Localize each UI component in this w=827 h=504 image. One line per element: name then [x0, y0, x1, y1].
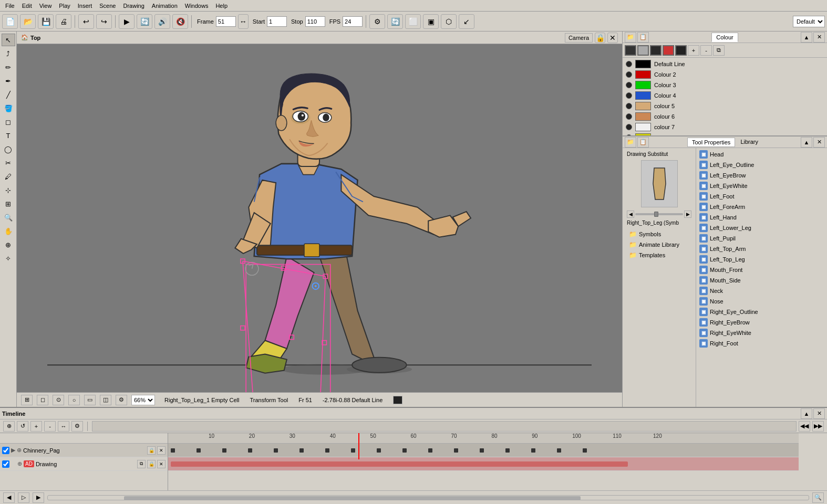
panel-minimize[interactable]: ▲ [801, 32, 812, 43]
lib-item-9[interactable]: ▣ Left_Top_Arm [697, 244, 826, 254]
lib-item-6[interactable]: ▣ Left_Hand [697, 212, 826, 223]
tl-btn5[interactable]: ↔ [58, 421, 69, 432]
lib-item-7[interactable]: ▣ Left_Lower_Leg [697, 223, 826, 233]
timeline-scrollbar[interactable] [47, 495, 809, 500]
zoom-select[interactable]: 66% [131, 395, 155, 405]
color-red[interactable] [663, 45, 674, 56]
canvas-view-btn4[interactable]: ▭ [84, 395, 96, 405]
menu-windows[interactable]: Windows [182, 2, 212, 10]
lib-item-16[interactable]: ▣ Right_EyeBrow [697, 317, 826, 328]
color-black2[interactable] [675, 45, 687, 56]
tl-end-btn1[interactable]: ◀◀ [799, 421, 810, 432]
track-1[interactable] [168, 457, 799, 471]
color-add[interactable]: + [688, 45, 699, 56]
text-tool[interactable]: T [2, 129, 15, 142]
canvas-view-btn2[interactable]: ⊙ [53, 395, 64, 405]
menu-scene[interactable]: Scene [96, 2, 119, 10]
slider-left[interactable]: ◀ [627, 211, 634, 218]
lib-item-11[interactable]: ▣ Mouth_Front [697, 265, 826, 275]
bone-tool[interactable]: ✧ [2, 252, 15, 265]
tool-btn-3[interactable]: ⬜ [405, 14, 421, 29]
layer-1-expand[interactable]: ⊕ [17, 460, 22, 467]
tl-btn4[interactable]: - [44, 421, 56, 432]
menu-insert[interactable]: Insert [75, 2, 96, 10]
color-remove[interactable]: - [700, 45, 712, 56]
menu-play[interactable]: Play [56, 2, 73, 10]
lib-item-0[interactable]: ▣ Head [697, 149, 826, 160]
pivot-tool[interactable]: ⊕ [2, 238, 15, 251]
sound-button[interactable]: 🔊 [154, 14, 170, 29]
menu-drawing[interactable]: Drawing [120, 2, 147, 10]
lib-minimize[interactable]: ▲ [801, 137, 812, 148]
start-input[interactable] [267, 16, 287, 27]
lib-item-8[interactable]: ▣ Left_Pupil [697, 233, 826, 244]
canvas-home-btn[interactable]: ⊞ [21, 395, 33, 405]
tool-btn-1[interactable]: ⚙ [369, 14, 385, 29]
menu-help[interactable]: Help [212, 2, 231, 10]
cut-tool[interactable]: ✂ [2, 156, 15, 169]
layer-0-lock[interactable]: 🔒 [147, 446, 156, 455]
color-black[interactable] [625, 45, 636, 56]
library-tab[interactable]: Library [736, 138, 762, 147]
color-gray[interactable] [637, 45, 649, 56]
color-copy[interactable]: ⧉ [713, 45, 725, 56]
paint-tool[interactable]: 🪣 [2, 102, 15, 114]
transform-tool[interactable]: ⊹ [2, 184, 15, 196]
tree-item-2[interactable]: 📁 Templates [627, 250, 691, 260]
timeline-minimize[interactable]: ▲ [801, 408, 812, 419]
tl-btn1[interactable]: ⊕ [3, 421, 15, 432]
view-dropdown[interactable]: Default [793, 16, 825, 27]
tl-btn3[interactable]: + [30, 421, 42, 432]
tool-btn-4[interactable]: ▣ [423, 14, 439, 29]
color-panel-btn1[interactable]: 📁 [625, 32, 636, 43]
color-row-3[interactable]: Colour 4 [624, 90, 826, 101]
tool-properties-tab[interactable]: Tool Properties [687, 138, 735, 147]
morph-tool[interactable]: ⊞ [2, 197, 15, 210]
canvas-view-btn3[interactable]: ○ [68, 395, 80, 405]
hand-tool[interactable]: ✋ [2, 225, 15, 237]
lib-close[interactable]: ✕ [813, 137, 825, 148]
contour-tool[interactable]: ⤴ [2, 47, 15, 60]
canvas-view-btn1[interactable]: ◻ [37, 395, 48, 405]
frame-step-btn[interactable]: ↔ [238, 14, 249, 29]
stop-input[interactable] [305, 16, 325, 27]
color-row-6[interactable]: colour 7 [624, 122, 826, 132]
pencil-tool[interactable]: ✒ [2, 75, 15, 87]
loop-button[interactable]: 🔄 [137, 14, 152, 29]
lib-item-2[interactable]: ▣ Left_EyeBrow [697, 170, 826, 181]
track-0[interactable] [168, 444, 799, 457]
colour-tab[interactable]: Colour [711, 33, 738, 42]
lib-item-17[interactable]: ▣ Right_EyeWhite [697, 328, 826, 338]
tree-item-0[interactable]: 📁 Symbols [627, 229, 691, 239]
color-panel-btn2[interactable]: 📋 [637, 32, 649, 43]
layer-0-visible[interactable] [2, 447, 9, 454]
slider-track[interactable] [635, 213, 683, 215]
color-row-2[interactable]: Colour 3 [624, 80, 826, 90]
mute-button[interactable]: 🔇 [172, 14, 188, 29]
menu-view[interactable]: View [36, 2, 55, 10]
select-tool[interactable]: ↖ [2, 34, 15, 46]
lib-btn1[interactable]: 📁 [625, 137, 636, 148]
shape-tool[interactable]: ◯ [2, 143, 15, 155]
menu-animation[interactable]: Animation [149, 2, 181, 10]
lib-item-1[interactable]: ▣ Left_Eye_Outline [697, 160, 826, 170]
timeline-close[interactable]: ✕ [813, 408, 825, 419]
canvas-view-btn6[interactable]: ⚙ [116, 395, 127, 405]
layer-1-delete[interactable]: ✕ [157, 460, 166, 468]
zoom-tool[interactable]: 🔍 [2, 211, 15, 224]
lib-item-3[interactable]: ▣ Left_EyeWhite [697, 181, 826, 191]
tl-foot-next2[interactable]: ▶ [33, 492, 44, 503]
lib-item-14[interactable]: ▣ Nose [697, 296, 826, 307]
tool-btn-5[interactable]: ⬡ [441, 14, 457, 29]
slider-thumb[interactable] [654, 212, 658, 217]
lib-btn2[interactable]: 📋 [637, 137, 649, 148]
open-button[interactable]: 📂 [20, 14, 36, 29]
canvas-close-btn[interactable]: ✕ [607, 33, 618, 43]
canvas-view-btn5[interactable]: ◫ [100, 395, 111, 405]
panel-close[interactable]: ✕ [813, 32, 825, 43]
lib-item-12[interactable]: ▣ Mouth_Side [697, 275, 826, 286]
tl-zoom-btn[interactable]: 🔍 [812, 492, 824, 503]
layer-0-delete[interactable]: ✕ [157, 446, 166, 455]
tl-btn6[interactable]: ⚙ [71, 421, 83, 432]
tree-item-1[interactable]: 📁 Animate Library [627, 239, 691, 250]
